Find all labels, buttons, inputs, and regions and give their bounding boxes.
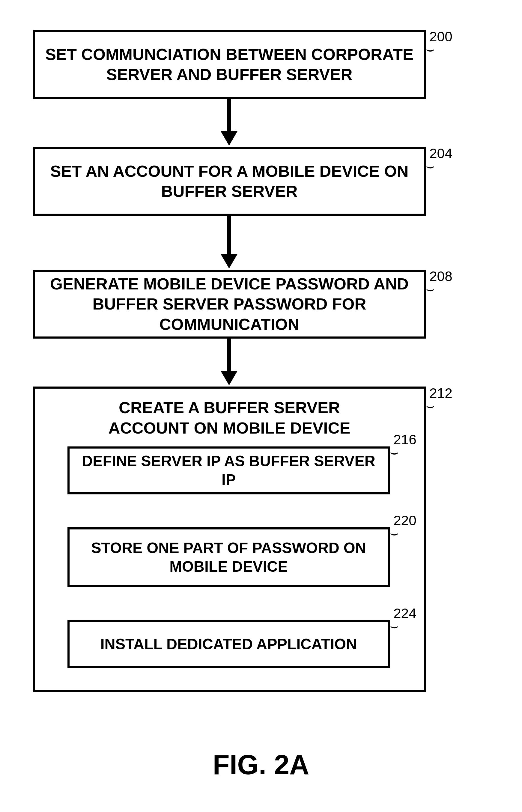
flow-box-224: INSTALL DEDICATED APPLICATION bbox=[67, 620, 390, 668]
ref-tick-220: ⌣ bbox=[390, 526, 399, 540]
flow-box-200: SET COMMUNCIATION BETWEEN CORPORATE SERV… bbox=[33, 30, 426, 99]
flow-box-200-text: SET COMMUNCIATION BETWEEN CORPORATE SERV… bbox=[44, 44, 415, 85]
ref-tick-216: ⌣ bbox=[390, 445, 399, 459]
flow-box-208: GENERATE MOBILE DEVICE PASSWORD AND BUFF… bbox=[33, 270, 426, 338]
ref-tick-200: ⌣ bbox=[426, 42, 435, 56]
flow-box-216: DEFINE SERVER IP AS BUFFER SERVER IP bbox=[67, 446, 390, 494]
ref-tick-208: ⌣ bbox=[426, 282, 435, 295]
flow-box-204-text: SET AN ACCOUNT FOR A MOBILE DEVICE ON BU… bbox=[44, 161, 415, 202]
flow-box-204: SET AN ACCOUNT FOR A MOBILE DEVICE ON BU… bbox=[33, 147, 426, 216]
ref-tick-204: ⌣ bbox=[426, 159, 435, 172]
ref-tick-212: ⌣ bbox=[426, 398, 435, 412]
arrow-head-204-to-208 bbox=[221, 254, 238, 269]
flow-box-212-title: CREATE A BUFFER SERVER ACCOUNT ON MOBILE… bbox=[79, 398, 379, 438]
ref-tick-224: ⌣ bbox=[390, 619, 399, 632]
arrow-head-200-to-204 bbox=[221, 131, 238, 146]
flow-box-224-text: INSTALL DEDICATED APPLICATION bbox=[100, 635, 357, 654]
arrow-200-to-204 bbox=[227, 99, 231, 132]
flow-box-216-text: DEFINE SERVER IP AS BUFFER SERVER IP bbox=[79, 452, 379, 489]
arrow-head-208-to-212 bbox=[221, 371, 238, 385]
arrow-204-to-208 bbox=[227, 216, 231, 255]
arrow-208-to-212 bbox=[227, 338, 231, 372]
flow-box-208-text: GENERATE MOBILE DEVICE PASSWORD AND BUFF… bbox=[44, 274, 415, 335]
flow-box-220-text: STORE ONE PART OF PASSWORD ON MOBILE DEV… bbox=[79, 539, 379, 576]
flow-box-220: STORE ONE PART OF PASSWORD ON MOBILE DEV… bbox=[67, 527, 390, 587]
figure-caption: FIG. 2A bbox=[0, 749, 522, 780]
